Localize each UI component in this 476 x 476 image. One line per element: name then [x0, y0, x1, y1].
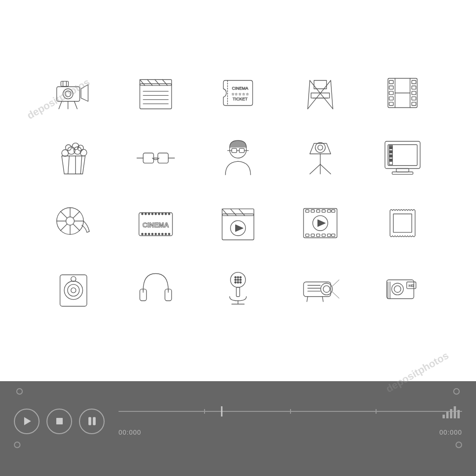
svg-rect-162	[386, 280, 414, 299]
svg-point-164	[394, 286, 401, 292]
svg-text:HD: HD	[409, 284, 414, 288]
cinema-sign-icon: CINEMA	[119, 198, 192, 249]
svg-rect-60	[231, 148, 237, 152]
svg-rect-39	[411, 102, 416, 106]
svg-rect-128	[331, 234, 335, 236]
svg-point-142	[235, 277, 237, 278]
svg-rect-34	[389, 102, 393, 106]
svg-rect-38	[411, 97, 416, 100]
headphones-icon	[119, 263, 192, 314]
speaker-icon	[37, 263, 110, 314]
svg-rect-78	[392, 172, 413, 174]
svg-rect-172	[93, 417, 95, 425]
svg-point-143	[237, 277, 239, 278]
svg-rect-117	[305, 210, 309, 212]
svg-line-8	[74, 101, 77, 109]
player-controls-row: 00:000 00:000	[14, 406, 462, 436]
volume-bars	[443, 404, 460, 418]
svg-text:CINEMA: CINEMA	[232, 86, 248, 91]
svg-rect-131	[393, 214, 412, 232]
svg-rect-171	[89, 417, 91, 425]
seek-bar-wrapper	[119, 406, 462, 425]
svg-line-12	[140, 79, 145, 86]
video-editor-screen-icon	[366, 132, 439, 184]
svg-point-65	[317, 145, 323, 150]
directors-chair-icon	[284, 67, 357, 119]
svg-rect-76	[390, 159, 392, 161]
top-left-dot	[16, 388, 23, 395]
svg-point-50	[66, 145, 72, 151]
svg-text:TICKET: TICKET	[232, 97, 248, 101]
svg-rect-151	[236, 287, 239, 297]
time-row: 00:000 00:000	[119, 429, 462, 436]
seek-thumb[interactable]	[221, 406, 222, 416]
svg-line-113	[239, 209, 245, 215]
top-right-dot	[453, 388, 460, 395]
svg-point-149	[237, 282, 239, 284]
seek-line[interactable]	[119, 411, 462, 412]
svg-point-146	[237, 279, 239, 281]
svg-rect-127	[327, 234, 331, 236]
player-bottom-dots	[14, 442, 462, 448]
svg-marker-9	[81, 85, 88, 101]
svg-line-85	[60, 212, 67, 218]
svg-point-145	[235, 279, 237, 281]
person-3d-glasses-icon	[202, 132, 275, 184]
svg-rect-123	[305, 234, 309, 236]
movie-camera-icon	[37, 67, 110, 119]
svg-point-64	[315, 143, 325, 153]
svg-rect-154	[304, 282, 331, 297]
play-button[interactable]	[14, 409, 40, 434]
player-top-dots	[14, 386, 462, 397]
svg-point-2	[65, 91, 71, 97]
seek-tick-2	[290, 409, 291, 414]
icons-area: CINEMA ★ ★ ★ ★ ★ TICKET	[0, 0, 476, 381]
svg-marker-169	[24, 417, 31, 425]
svg-point-106	[165, 233, 167, 235]
svg-point-105	[162, 233, 164, 235]
svg-line-160	[307, 297, 308, 302]
svg-point-102	[152, 233, 153, 235]
svg-point-93	[152, 213, 153, 215]
svg-point-97	[165, 213, 167, 215]
vol-bar-2	[446, 412, 449, 418]
svg-line-112	[231, 209, 237, 215]
svg-point-49	[80, 149, 87, 156]
svg-rect-36	[411, 86, 416, 89]
stop-button[interactable]	[46, 409, 72, 434]
svg-rect-37	[411, 91, 416, 94]
film-play-icon	[284, 198, 357, 249]
svg-point-133	[65, 281, 83, 300]
svg-rect-122	[331, 210, 335, 212]
vol-bar-4	[454, 406, 456, 418]
svg-rect-31	[389, 86, 393, 89]
svg-rect-30	[389, 80, 393, 84]
svg-line-6	[59, 101, 62, 109]
svg-point-91	[145, 213, 147, 215]
3d-glasses-icon	[119, 132, 192, 184]
svg-rect-75	[390, 155, 392, 157]
svg-rect-62	[239, 148, 245, 152]
svg-marker-130	[317, 220, 325, 226]
svg-line-68	[320, 165, 331, 174]
projector-icon	[284, 263, 357, 314]
svg-line-15	[163, 79, 168, 86]
svg-point-1	[63, 89, 73, 99]
svg-point-96	[162, 213, 164, 215]
svg-point-95	[159, 213, 160, 215]
svg-line-45	[81, 156, 82, 174]
svg-text:★ ★ ★ ★ ★: ★ ★ ★ ★ ★	[231, 92, 249, 96]
vol-bar-5	[457, 410, 460, 418]
svg-point-92	[148, 213, 150, 215]
seek-tick-3	[376, 409, 377, 414]
svg-point-101	[148, 233, 150, 235]
stamp-icon	[366, 198, 439, 249]
svg-rect-73	[390, 146, 392, 149]
pause-button[interactable]	[79, 409, 105, 434]
svg-point-94	[155, 213, 157, 215]
icon-grid: CINEMA ★ ★ ★ ★ ★ TICKET	[0, 49, 476, 332]
svg-point-147	[240, 279, 242, 281]
svg-point-163	[391, 283, 403, 295]
bottom-left-dot	[14, 442, 20, 448]
microphone-icon	[202, 263, 275, 314]
